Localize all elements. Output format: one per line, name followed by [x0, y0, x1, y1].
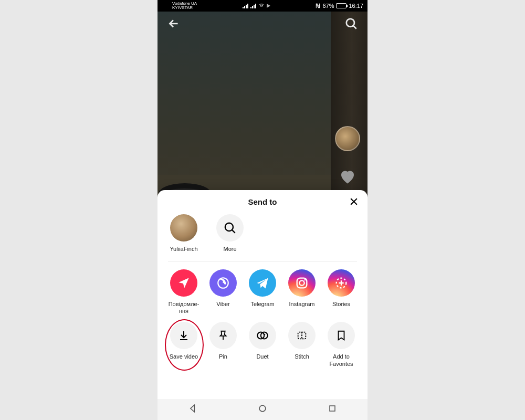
battery-icon — [336, 3, 346, 8]
clock: 16:17 — [349, 3, 363, 9]
search-icon — [344, 17, 358, 30]
stories-icon — [334, 276, 349, 290]
share-label: Viber — [216, 301, 229, 314]
action-label: Add to Favorites — [329, 353, 353, 367]
action-label: Save video — [170, 353, 198, 367]
pin-icon — [217, 330, 229, 341]
like-button[interactable] — [338, 167, 357, 186]
contact-label: YuliiaFinch — [170, 246, 197, 252]
send-icon — [177, 276, 191, 290]
svg-point-9 — [264, 334, 265, 335]
download-icon — [177, 329, 190, 342]
action-pin[interactable]: Pin — [204, 322, 242, 367]
android-nav-bar — [158, 399, 368, 420]
phone-frame: Vodafone UA KYIVSTAR ℕ 67% 16:17 — [158, 0, 368, 420]
svg-point-0 — [346, 19, 354, 27]
svg-point-4 — [299, 280, 304, 285]
action-label: Stitch — [295, 353, 309, 367]
battery-percent: 67% — [322, 3, 334, 9]
action-label: Pin — [219, 353, 227, 367]
action-label: Duet — [256, 353, 268, 367]
action-add-favorites[interactable]: Add to Favorites — [322, 322, 360, 367]
divider — [168, 261, 357, 262]
avatar — [170, 214, 197, 242]
nfc-icon: ℕ — [316, 3, 320, 9]
more-label: More — [223, 246, 236, 252]
more-contacts[interactable]: More — [214, 214, 246, 252]
close-icon — [349, 196, 359, 207]
sheet-title: Send to — [248, 197, 277, 206]
svg-point-1 — [225, 223, 233, 231]
share-direct-message[interactable]: Повідомле- ння — [165, 269, 203, 314]
play-store-icon — [267, 4, 270, 8]
search-button[interactable] — [344, 17, 358, 33]
close-button[interactable] — [349, 196, 359, 209]
status-bar: Vodafone UA KYIVSTAR ℕ 67% 16:17 — [158, 0, 368, 12]
instagram-icon — [295, 276, 309, 290]
action-save-video[interactable]: Save video — [165, 322, 203, 367]
nav-back[interactable] — [187, 403, 198, 416]
back-button[interactable] — [167, 17, 181, 33]
stitch-icon — [296, 330, 308, 341]
svg-point-11 — [259, 405, 266, 412]
telegram-icon — [255, 276, 270, 290]
svg-point-5 — [304, 279, 306, 281]
svg-rect-12 — [330, 406, 335, 411]
nav-recent[interactable] — [327, 403, 338, 416]
action-duet[interactable]: Duet — [244, 322, 281, 367]
share-label: Stories — [332, 301, 350, 314]
signal-icon-2 — [250, 3, 256, 8]
bookmark-icon — [335, 330, 347, 341]
share-sheet: Send to YuliiaFinch More — [158, 190, 368, 399]
share-label: Instagram — [289, 301, 315, 314]
search-icon — [223, 221, 237, 235]
arrow-left-icon — [167, 17, 181, 30]
signal-icon-1 — [243, 3, 248, 8]
share-stories[interactable]: Stories — [322, 269, 360, 314]
author-avatar[interactable] — [335, 126, 360, 151]
viber-icon — [216, 276, 230, 290]
share-label: Повідомле- ння — [169, 301, 200, 314]
share-instagram[interactable]: Instagram — [283, 269, 321, 314]
share-label: Telegram — [250, 301, 274, 314]
share-viber[interactable]: Viber — [204, 269, 242, 314]
duet-icon — [256, 329, 269, 342]
carrier-2: KYIVSTAR — [172, 6, 197, 10]
action-stitch[interactable]: Stitch — [283, 322, 321, 367]
wifi-icon — [258, 3, 265, 9]
contact-yuliiafinch[interactable]: YuliiaFinch — [168, 214, 200, 252]
nav-home[interactable] — [257, 403, 268, 416]
share-telegram[interactable]: Telegram — [244, 269, 281, 314]
